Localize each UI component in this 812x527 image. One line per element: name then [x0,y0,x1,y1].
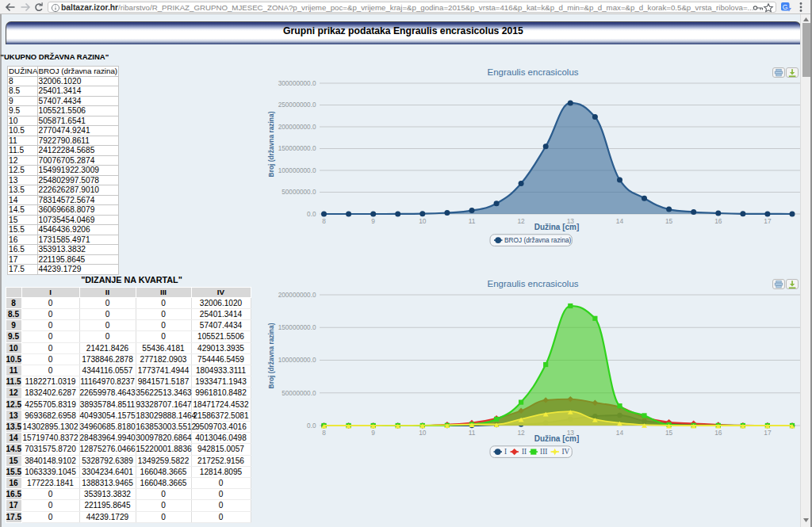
svg-text:14: 14 [616,429,624,437]
svg-text:50000000.0: 50000000.0 [282,189,316,196]
svg-text:100000000.0: 100000000.0 [278,167,316,174]
svg-text:III: III [540,448,547,456]
svg-text:12: 12 [517,217,525,225]
svg-text:15: 15 [665,429,673,437]
svg-text:150000000.0: 150000000.0 [278,145,316,152]
svg-text:300000000.0: 300000000.0 [278,80,316,87]
svg-text:IV: IV [561,448,569,456]
svg-text:250000000.0: 250000000.0 [278,101,316,109]
svg-text:8: 8 [322,429,326,437]
svg-text:12: 12 [517,429,525,437]
svg-text:0.0: 0.0 [307,211,316,218]
svg-text:I: I [504,448,507,456]
svg-text:11: 11 [469,429,476,437]
svg-text:Dužina [cm]: Dužina [cm] [534,434,580,443]
svg-text:8: 8 [322,217,326,225]
svg-text:16: 16 [714,429,722,437]
svg-text:17: 17 [764,217,772,225]
svg-text:11: 11 [469,217,476,225]
svg-text:10: 10 [419,429,427,437]
svg-text:0.0: 0.0 [307,422,316,430]
svg-text:17: 17 [764,429,772,437]
svg-text:Broj (državna razina): Broj (državna razina) [267,323,275,388]
svg-text:Dužina [cm]: Dužina [cm] [534,223,580,231]
svg-text:14: 14 [616,217,624,225]
svg-text:200000000.0: 200000000.0 [278,292,316,299]
svg-text:50000000.0: 50000000.0 [282,390,316,397]
svg-text:Engraulis encrasicolus: Engraulis encrasicolus [487,67,578,77]
svg-text:16: 16 [714,217,722,225]
svg-text:9: 9 [371,217,375,225]
svg-text:Engraulis encrasicolus: Engraulis encrasicolus [487,279,578,288]
svg-text:100000000.0: 100000000.0 [278,357,316,364]
svg-text:II: II [522,448,527,456]
svg-text:9: 9 [371,429,375,437]
svg-text:200000000.0: 200000000.0 [278,124,316,131]
svg-text:150000000.0: 150000000.0 [278,324,316,331]
svg-text:BROJ (državna razina): BROJ (državna razina) [504,236,572,244]
svg-text:G: G [783,3,788,11]
svg-text:15: 15 [665,217,673,225]
svg-text:10: 10 [419,217,427,225]
svg-text:Broj (državna razina): Broj (državna razina) [267,111,275,177]
